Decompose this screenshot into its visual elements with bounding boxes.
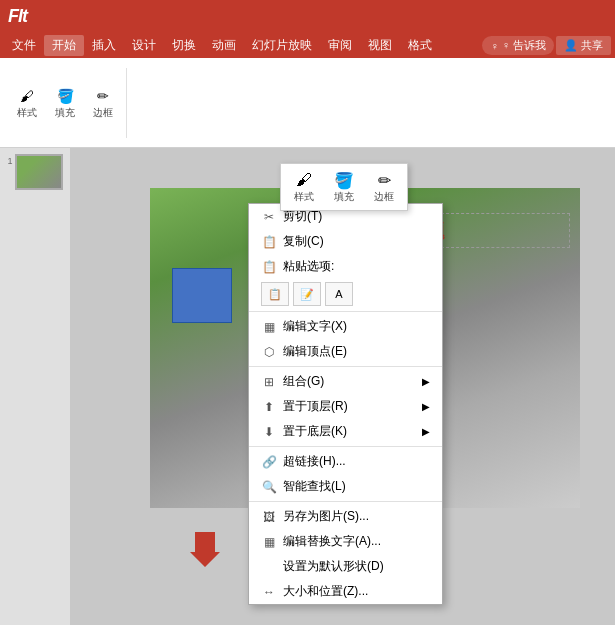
slide-panel: 1 🖌 样式 🪣 填充 ✏ 边框 ✂: [0, 148, 615, 625]
menu-slideshow[interactable]: 幻灯片放映: [244, 35, 320, 56]
share-label: 共享: [581, 38, 603, 53]
float-border-button[interactable]: ✏ 边框: [369, 168, 399, 206]
menu-design[interactable]: 设计: [124, 35, 164, 56]
menu-file[interactable]: 文件: [4, 35, 44, 56]
thumb-image-1[interactable]: [15, 154, 63, 190]
edit-text-icon: ▦: [261, 319, 277, 335]
menu-review[interactable]: 审阅: [320, 35, 360, 56]
group-arrow-icon: ▶: [422, 376, 430, 387]
ctx-edit-text[interactable]: ▦ 编辑文字(X): [249, 314, 442, 339]
cut-icon: ✂: [261, 209, 277, 225]
search-icon: 🔍: [261, 479, 277, 495]
copy-icon: 📋: [261, 234, 277, 250]
ctx-divider-4: [249, 501, 442, 502]
share-button[interactable]: 👤 共享: [556, 36, 611, 55]
paste-opt-3[interactable]: A: [325, 282, 353, 306]
slide-area: 🖌 样式 🪣 填充 ✏ 边框 ✂ 剪切(T) 📋 复制(C): [70, 148, 615, 625]
floating-mini-toolbar: 🖌 样式 🪣 填充 ✏ 边框: [280, 163, 408, 211]
ribbon-group-format: 🖌 样式 🪣 填充 ✏ 边框: [12, 68, 127, 138]
ctx-set-default-label: 设置为默认形状(D): [283, 558, 384, 575]
title-bar: FIt: [0, 0, 615, 33]
ctx-save-picture[interactable]: 🖼 另存为图片(S)...: [249, 504, 442, 529]
thumbnails-panel: 1: [0, 148, 70, 625]
ctx-size-position-label: 大小和位置(Z)...: [283, 583, 368, 600]
ribbon-fill-button[interactable]: 🪣 填充: [50, 84, 80, 122]
style-icon: 🖌: [16, 86, 38, 106]
thumb-number-1: 1: [7, 156, 12, 166]
ctx-divider-3: [249, 446, 442, 447]
ctx-set-default[interactable]: 设置为默认形状(D): [249, 554, 442, 579]
ctx-smart-lookup-label: 智能查找(L): [283, 478, 346, 495]
ctx-save-picture-label: 另存为图片(S)...: [283, 508, 369, 525]
ctx-bring-front-label: 置于顶层(R): [283, 398, 348, 415]
ribbon-border-button[interactable]: ✏ 边框: [88, 84, 118, 122]
thumb-preview-1: [17, 156, 61, 188]
ctx-send-back[interactable]: ⬇ 置于底层(K) ▶: [249, 419, 442, 444]
app-logo: FIt: [8, 6, 27, 27]
send-back-icon: ⬇: [261, 424, 277, 440]
svg-marker-0: [190, 532, 220, 567]
paste-options-row: 📋 📝 A: [249, 279, 442, 309]
arrow-indicator: [190, 532, 220, 570]
ctx-alt-text-label: 编辑替换文字(A)...: [283, 533, 381, 550]
vertices-icon: ⬡: [261, 344, 277, 360]
group-icon: ⊞: [261, 374, 277, 390]
float-fill-button[interactable]: 🪣 填充: [329, 168, 359, 206]
ctx-edit-text-label: 编辑文字(X): [283, 318, 347, 335]
style-label: 样式: [17, 106, 37, 120]
menu-animation[interactable]: 动画: [204, 35, 244, 56]
float-border-icon: ✏: [373, 170, 395, 190]
ctx-edit-vertices-label: 编辑顶点(E): [283, 343, 347, 360]
ctx-send-back-label: 置于底层(K): [283, 423, 347, 440]
back-arrow-icon: ▶: [422, 426, 430, 437]
float-style-icon: 🖌: [293, 170, 315, 190]
menu-format[interactable]: 格式: [400, 35, 440, 56]
context-menu: ✂ 剪切(T) 📋 复制(C) 📋 粘贴选项: 📋 📝 A ▦: [248, 203, 443, 605]
ctx-divider-1: [249, 311, 442, 312]
ctx-paste-options-label: 粘贴选项:: [283, 258, 334, 275]
lightbulb-icon: ♀: [490, 40, 498, 52]
float-fill-label: 填充: [334, 190, 354, 204]
menu-insert[interactable]: 插入: [84, 35, 124, 56]
ctx-size-position[interactable]: ↔ 大小和位置(Z)...: [249, 579, 442, 604]
fill-label: 填充: [55, 106, 75, 120]
save-pic-icon: 🖼: [261, 509, 277, 525]
ctx-hyperlink-label: 超链接(H)...: [283, 453, 346, 470]
ctx-group-label: 组合(G): [283, 373, 324, 390]
paste-icon: 📋: [261, 259, 277, 275]
ctx-copy-label: 复制(C): [283, 233, 324, 250]
paste-opt-1[interactable]: 📋: [261, 282, 289, 306]
float-style-label: 样式: [294, 190, 314, 204]
border-icon: ✏: [92, 86, 114, 106]
border-label: 边框: [93, 106, 113, 120]
ctx-hyperlink[interactable]: 🔗 超链接(H)...: [249, 449, 442, 474]
menu-transition[interactable]: 切换: [164, 35, 204, 56]
ribbon-style-button[interactable]: 🖌 样式: [12, 84, 42, 122]
blue-rectangle[interactable]: [172, 268, 232, 323]
default-shape-icon: [261, 559, 277, 575]
ctx-bring-front[interactable]: ⬆ 置于顶层(R) ▶: [249, 394, 442, 419]
front-arrow-icon: ▶: [422, 401, 430, 412]
menu-bar: 文件 开始 插入 设计 切换 动画 幻灯片放映 审阅 视图 格式 ♀ ♀ 告诉我…: [0, 33, 615, 58]
menu-start[interactable]: 开始: [44, 35, 84, 56]
float-border-label: 边框: [374, 190, 394, 204]
ctx-smart-lookup[interactable]: 🔍 智能查找(L): [249, 474, 442, 499]
ctx-copy[interactable]: 📋 复制(C): [249, 229, 442, 254]
thumbnail-1[interactable]: 1: [7, 154, 62, 190]
ctx-divider-2: [249, 366, 442, 367]
ctx-paste-label: 📋 粘贴选项:: [249, 254, 442, 279]
share-icon: 👤: [564, 39, 578, 52]
tell-me-button[interactable]: ♀ ♀ 告诉我: [482, 36, 554, 55]
size-pos-icon: ↔: [261, 584, 277, 600]
bring-front-icon: ⬆: [261, 399, 277, 415]
paste-opt-2[interactable]: 📝: [293, 282, 321, 306]
ctx-group[interactable]: ⊞ 组合(G) ▶: [249, 369, 442, 394]
ribbon: 🖌 样式 🪣 填充 ✏ 边框: [0, 58, 615, 148]
float-fill-icon: 🪣: [333, 170, 355, 190]
tell-me-label: ♀ 告诉我: [502, 38, 546, 53]
menu-view[interactable]: 视图: [360, 35, 400, 56]
ctx-alt-text[interactable]: ▦ 编辑替换文字(A)...: [249, 529, 442, 554]
alt-text-icon: ▦: [261, 534, 277, 550]
float-style-button[interactable]: 🖌 样式: [289, 168, 319, 206]
ctx-edit-vertices[interactable]: ⬡ 编辑顶点(E): [249, 339, 442, 364]
